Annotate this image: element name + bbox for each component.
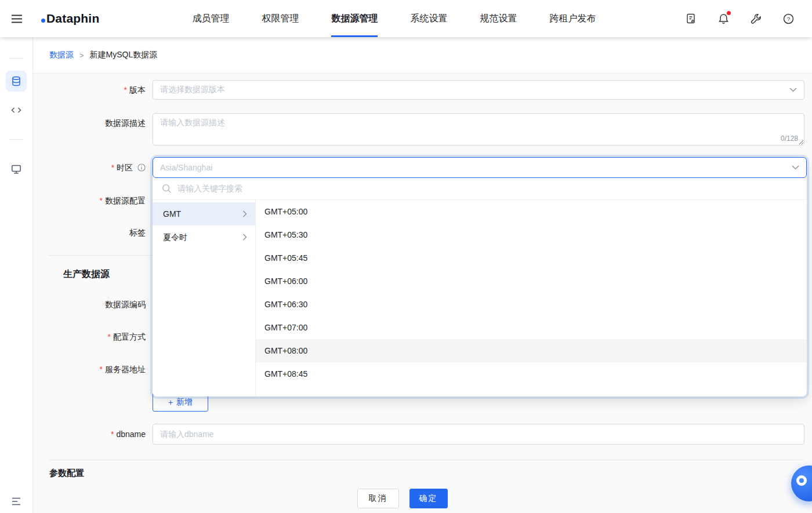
description-textarea-wrap: 0/128 <box>153 113 804 145</box>
timezone-option-pane: GMT+05:00 GMT+05:30 GMT+05:45 GMT+06:00 … <box>256 200 807 396</box>
breadcrumb: 数据源 > 新建MySQL数据源 <box>33 37 812 74</box>
logo-text: Dataphin <box>46 12 99 25</box>
notification-badge-dot <box>727 11 731 15</box>
params-section-title: 参数配置 <box>49 468 84 479</box>
production-section-title: 生产数据源 <box>63 268 110 281</box>
chevron-right-icon <box>242 210 247 217</box>
brand-logo[interactable]: Dataphin <box>41 12 99 25</box>
timezone-option-highlighted[interactable]: GMT+08:00 <box>256 339 807 362</box>
tools-wrench-icon[interactable] <box>749 12 762 25</box>
timezone-option[interactable]: GMT+05:45 <box>256 246 807 270</box>
nav-item-system-settings[interactable]: 系统设置 <box>410 0 447 37</box>
description-textarea[interactable] <box>153 114 804 145</box>
nav-item-members[interactable]: 成员管理 <box>192 0 229 37</box>
release-notes-icon[interactable] <box>684 12 697 25</box>
server-address-label: *服务器地址 <box>33 359 146 379</box>
timezone-group-dst[interactable]: 夏令时 <box>153 225 255 249</box>
timezone-select[interactable]: Asia/Shanghai <box>153 157 807 178</box>
section-divider <box>49 255 153 256</box>
dbname-input[interactable] <box>160 430 797 439</box>
search-icon <box>162 184 172 194</box>
navbar-icon-group: ? <box>684 12 812 25</box>
info-icon[interactable] <box>137 163 146 172</box>
version-label: *版本 <box>33 80 146 100</box>
monitor-icon <box>10 163 22 175</box>
required-mark: * <box>111 430 114 439</box>
code-icon <box>10 104 22 116</box>
main-area: 数据源 > 新建MySQL数据源 *版本 请选择数据源版本 数据源描述 0/12… <box>33 37 812 513</box>
form-footer: 取消 确定 <box>33 489 771 508</box>
help-icon[interactable]: ? <box>782 12 795 25</box>
timezone-value: Asia/Shanghai <box>160 163 787 172</box>
chevron-down-icon <box>789 88 797 92</box>
sidebar-item-code[interactable] <box>6 100 27 121</box>
timezone-option[interactable]: GMT+06:30 <box>256 293 807 316</box>
sidebar-item-datasource[interactable] <box>6 71 27 92</box>
required-mark: * <box>124 85 127 94</box>
plus-icon: + <box>168 398 173 407</box>
required-mark: * <box>100 196 103 205</box>
sidebar-item-monitor[interactable] <box>6 159 27 180</box>
timezone-group-pane: GMT 夏令时 <box>153 200 256 396</box>
timezone-option[interactable]: GMT+08:45 <box>256 362 807 385</box>
timezone-option[interactable]: GMT+07:00 <box>256 316 807 339</box>
nav-item-spec-settings[interactable]: 规范设置 <box>480 0 517 37</box>
timezone-dropdown: Asia/Shanghai 请输入关键字搜索 GMT <box>153 157 807 396</box>
required-mark: * <box>108 332 111 341</box>
section-divider <box>49 460 804 460</box>
datasource-config-label: *数据源配置 <box>33 191 146 210</box>
chevron-down-icon <box>792 165 799 170</box>
timezone-search-input[interactable]: 请输入关键字搜索 <box>177 184 242 194</box>
top-navbar: Dataphin 成员管理 权限管理 数据源管理 系统设置 规范设置 跨租户发布 <box>0 0 812 37</box>
svg-text:?: ? <box>786 16 790 22</box>
main-nav: 成员管理 权限管理 数据源管理 系统设置 规范设置 跨租户发布 <box>192 0 596 37</box>
form-content: *版本 请选择数据源版本 数据源描述 0/128 *时区 <box>33 74 812 513</box>
chevron-right-icon <box>242 234 247 241</box>
nav-item-permissions[interactable]: 权限管理 <box>262 0 299 37</box>
breadcrumb-link-datasource[interactable]: 数据源 <box>49 50 74 60</box>
breadcrumb-current: 新建MySQL数据源 <box>90 50 158 60</box>
hamburger-menu-icon[interactable] <box>0 0 33 37</box>
timezone-option[interactable]: GMT+06:00 <box>256 270 807 293</box>
dbname-input-wrap <box>153 424 804 445</box>
required-mark: * <box>100 365 103 374</box>
confirm-button[interactable]: 确定 <box>409 489 448 508</box>
left-sidebar <box>0 37 33 513</box>
sidebar-divider <box>9 58 23 59</box>
timezone-cascader: GMT 夏令时 GMT+05:00 GMT+05:30 GMT+05:45 GM… <box>153 200 807 396</box>
timezone-option[interactable]: GMT+05:30 <box>256 223 807 246</box>
config-mode-label: *配置方式 <box>33 327 146 347</box>
version-select[interactable]: 请选择数据源版本 <box>153 80 804 100</box>
assistant-logo-icon <box>796 475 807 486</box>
logo-dot-icon <box>41 19 45 23</box>
tag-label: 标签 <box>33 223 146 242</box>
nav-item-cross-tenant-publish[interactable]: 跨租户发布 <box>549 0 596 37</box>
required-mark: * <box>111 163 114 172</box>
char-counter: 0/128 <box>781 134 798 143</box>
menu-list-icon <box>10 496 22 507</box>
sidebar-divider <box>9 139 23 140</box>
sidebar-collapse-menu[interactable] <box>6 491 27 512</box>
nav-item-datasources[interactable]: 数据源管理 <box>331 0 378 37</box>
database-icon <box>10 75 22 87</box>
timezone-search-row: 请输入关键字搜索 <box>153 178 807 200</box>
cancel-button[interactable]: 取消 <box>357 489 399 508</box>
notification-bell-icon[interactable] <box>717 12 730 25</box>
timezone-label: *时区 <box>33 158 146 177</box>
app-layout: 数据源 > 新建MySQL数据源 *版本 请选择数据源版本 数据源描述 0/12… <box>0 37 812 513</box>
version-placeholder: 请选择数据源版本 <box>160 85 785 95</box>
dbname-label: *dbname <box>33 424 146 444</box>
datasource-code-label: 数据源编码 <box>33 294 146 314</box>
timezone-option[interactable]: GMT+05:00 <box>256 200 807 223</box>
breadcrumb-separator: > <box>79 51 84 60</box>
description-label: 数据源描述 <box>33 113 146 133</box>
timezone-group-gmt[interactable]: GMT <box>153 202 255 225</box>
